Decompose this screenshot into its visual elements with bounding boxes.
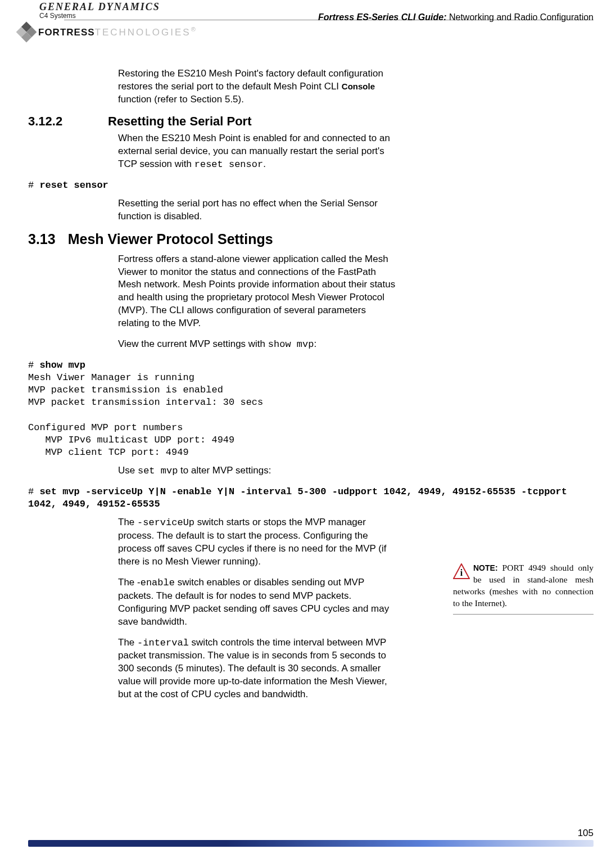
interval-desc: The -interval switch controls the time i… [118,636,397,702]
section-number: 3.12.2 [28,114,90,129]
logo-main-text: GENERAL DYNAMICS [39,1,160,13]
cli-show-mvp: # show mvp Mesh Viwer Manager is running… [28,359,594,459]
reset-serial-intro: When the ES210 Mesh Point is enabled for… [118,132,397,171]
mvp-intro: Fortress offers a stand-alone viewer app… [118,253,397,331]
page-header: GENERAL DYNAMICS C4 Systems Fortress ES-… [0,0,616,45]
note-label: NOTE: [473,563,498,572]
general-dynamics-logo: GENERAL DYNAMICS C4 Systems [39,1,160,20]
note-divider [453,614,594,615]
console-label: Console [342,82,375,91]
enable-desc: The -enable switch enables or disables s… [118,576,397,629]
section-title: Resetting the Serial Port [108,114,252,129]
intro-paragraph: Restoring the ES210 Mesh Point's factory… [118,67,397,106]
mvp-view-instruction: View the current MVP settings with show … [118,338,397,351]
guide-title-bold: Fortress ES-Series CLI Guide: [318,12,447,22]
fortress-logo: FORTRESSTECHNOLOGIES® [19,25,196,39]
cli-show-mvp-output: Mesh Viwer Manager is running MVP packet… [28,372,263,458]
section-3-13-heading: 3.13 Mesh Viewer Protocol Settings [28,231,594,247]
fortress-bold: FORTRESS [38,27,95,38]
cli-set-mvp: # set mvp -serviceUp Y|N -enable Y|N -in… [28,486,594,511]
page-footer: 105 [28,840,594,847]
reset-serial-note: Resetting the serial port has no effect … [118,197,397,223]
footer-gradient-bar [28,840,594,847]
page-number: 105 [578,828,594,839]
warning-triangle-icon: i [453,563,470,579]
svg-text:i: i [460,568,463,577]
mvp-set-instruction: Use set mvp to alter MVP settings: [118,464,397,478]
diamond-icon [16,22,37,43]
logo-sub-text: C4 Systems [39,12,160,20]
cli-reset-sensor: # reset sensor [28,179,594,192]
section-3-12-2-heading: 3.12.2 Resetting the Serial Port [28,114,594,129]
guide-title: Fortress ES-Series CLI Guide: Networking… [318,12,594,22]
registered-mark: ® [191,26,196,33]
guide-title-rest: Networking and Radio Configuration [447,12,594,22]
page-content: Restoring the ES210 Mesh Point's factory… [0,45,616,701]
section-title: Mesh Viewer Protocol Settings [68,231,273,247]
fortress-light: TECHNOLOGIES [95,27,191,38]
section-number: 3.13 [28,231,56,247]
note-port-4949: i NOTE: PORT 4949 should only be used in… [453,562,594,615]
serviceup-desc: The -serviceUp switch starts or stops th… [118,516,397,568]
